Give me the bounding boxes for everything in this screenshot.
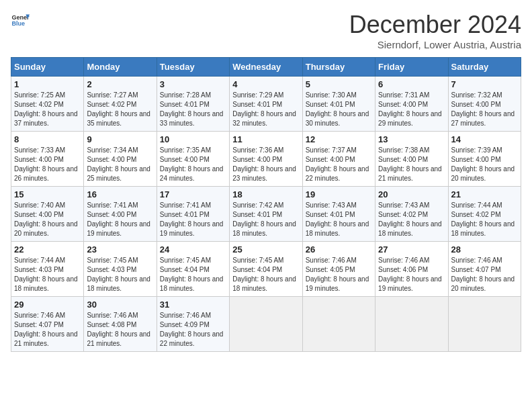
day-number: 16 <box>87 189 153 199</box>
day-number: 24 <box>160 244 226 255</box>
calendar-cell: 9Sunrise: 7:34 AMSunset: 4:00 PMDaylight… <box>84 132 157 187</box>
day-number: 29 <box>14 300 81 310</box>
day-info: Sunrise: 7:31 AMSunset: 4:00 PMDaylight:… <box>378 91 445 128</box>
calendar-cell: 4Sunrise: 7:29 AMSunset: 4:01 PMDaylight… <box>230 77 302 132</box>
day-number: 30 <box>87 300 153 310</box>
month-title: December 2024 <box>349 11 521 39</box>
day-info: Sunrise: 7:40 AMSunset: 4:00 PMDaylight:… <box>14 201 81 238</box>
day-info: Sunrise: 7:36 AMSunset: 4:00 PMDaylight:… <box>232 146 299 183</box>
day-info: Sunrise: 7:34 AMSunset: 4:00 PMDaylight:… <box>87 146 153 183</box>
calendar-cell: 25Sunrise: 7:45 AMSunset: 4:04 PMDayligh… <box>230 242 302 297</box>
day-info: Sunrise: 7:45 AMSunset: 4:03 PMDaylight:… <box>87 256 153 293</box>
day-number: 15 <box>14 189 81 199</box>
day-info: Sunrise: 7:41 AMSunset: 4:01 PMDaylight:… <box>160 201 226 238</box>
day-number: 21 <box>451 189 518 199</box>
day-info: Sunrise: 7:45 AMSunset: 4:04 PMDaylight:… <box>232 256 299 293</box>
day-info: Sunrise: 7:46 AMSunset: 4:07 PMDaylight:… <box>451 256 518 293</box>
logo-icon: General Blue <box>11 11 30 30</box>
day-info: Sunrise: 7:25 AMSunset: 4:02 PMDaylight:… <box>14 91 81 128</box>
calendar-cell: 5Sunrise: 7:30 AMSunset: 4:01 PMDaylight… <box>302 77 375 132</box>
col-header-wednesday: Wednesday <box>230 58 302 77</box>
day-number: 12 <box>306 134 372 144</box>
day-number: 18 <box>232 189 299 199</box>
day-info: Sunrise: 7:41 AMSunset: 4:00 PMDaylight:… <box>87 201 153 238</box>
calendar-cell: 18Sunrise: 7:42 AMSunset: 4:01 PMDayligh… <box>230 187 302 242</box>
day-info: Sunrise: 7:29 AMSunset: 4:01 PMDaylight:… <box>232 91 299 128</box>
day-info: Sunrise: 7:32 AMSunset: 4:00 PMDaylight:… <box>451 91 518 128</box>
day-number: 9 <box>87 134 153 144</box>
calendar-cell: 12Sunrise: 7:37 AMSunset: 4:00 PMDayligh… <box>302 132 375 187</box>
calendar-cell: 10Sunrise: 7:35 AMSunset: 4:00 PMDayligh… <box>157 132 229 187</box>
calendar-cell: 8Sunrise: 7:33 AMSunset: 4:00 PMDaylight… <box>11 132 84 187</box>
calendar-cell <box>302 297 375 352</box>
day-info: Sunrise: 7:39 AMSunset: 4:00 PMDaylight:… <box>451 146 518 183</box>
day-number: 13 <box>378 134 445 144</box>
col-header-sunday: Sunday <box>11 58 84 77</box>
calendar-week-row: 8Sunrise: 7:33 AMSunset: 4:00 PMDaylight… <box>11 132 521 187</box>
calendar-cell: 28Sunrise: 7:46 AMSunset: 4:07 PMDayligh… <box>448 242 521 297</box>
day-info: Sunrise: 7:46 AMSunset: 4:06 PMDaylight:… <box>378 256 445 293</box>
subtitle: Sierndorf, Lower Austria, Austria <box>349 39 521 50</box>
calendar-cell: 31Sunrise: 7:46 AMSunset: 4:09 PMDayligh… <box>157 297 229 352</box>
day-info: Sunrise: 7:30 AMSunset: 4:01 PMDaylight:… <box>306 91 372 128</box>
day-info: Sunrise: 7:46 AMSunset: 4:07 PMDaylight:… <box>14 311 81 349</box>
day-number: 2 <box>87 79 153 89</box>
calendar-cell: 3Sunrise: 7:28 AMSunset: 4:01 PMDaylight… <box>157 77 229 132</box>
calendar-cell: 21Sunrise: 7:44 AMSunset: 4:02 PMDayligh… <box>448 187 521 242</box>
day-number: 11 <box>232 134 299 144</box>
calendar-table: SundayMondayTuesdayWednesdayThursdayFrid… <box>11 57 521 352</box>
calendar-week-row: 29Sunrise: 7:46 AMSunset: 4:07 PMDayligh… <box>11 297 521 352</box>
calendar-cell <box>448 297 521 352</box>
day-number: 10 <box>160 134 226 144</box>
day-number: 1 <box>14 79 81 89</box>
day-number: 27 <box>378 244 445 255</box>
svg-text:Blue: Blue <box>11 20 25 27</box>
col-header-monday: Monday <box>84 58 157 77</box>
day-number: 14 <box>451 134 518 144</box>
day-number: 19 <box>306 189 372 199</box>
calendar-cell: 30Sunrise: 7:46 AMSunset: 4:08 PMDayligh… <box>84 297 157 352</box>
calendar-cell: 17Sunrise: 7:41 AMSunset: 4:01 PMDayligh… <box>157 187 229 242</box>
calendar-cell: 22Sunrise: 7:44 AMSunset: 4:03 PMDayligh… <box>11 242 84 297</box>
day-info: Sunrise: 7:46 AMSunset: 4:09 PMDaylight:… <box>160 311 226 349</box>
day-number: 28 <box>451 244 518 255</box>
calendar-cell: 11Sunrise: 7:36 AMSunset: 4:00 PMDayligh… <box>230 132 302 187</box>
calendar-cell: 24Sunrise: 7:45 AMSunset: 4:04 PMDayligh… <box>157 242 229 297</box>
col-header-thursday: Thursday <box>302 58 375 77</box>
col-header-friday: Friday <box>375 58 448 77</box>
title-area: December 2024 Sierndorf, Lower Austria, … <box>349 11 521 50</box>
calendar-cell <box>230 297 302 352</box>
day-number: 26 <box>306 244 372 255</box>
col-header-saturday: Saturday <box>448 58 521 77</box>
day-number: 17 <box>160 189 226 199</box>
calendar-cell: 27Sunrise: 7:46 AMSunset: 4:06 PMDayligh… <box>375 242 448 297</box>
calendar-week-row: 22Sunrise: 7:44 AMSunset: 4:03 PMDayligh… <box>11 242 521 297</box>
day-number: 6 <box>378 79 445 89</box>
day-number: 22 <box>14 244 81 255</box>
calendar-cell: 19Sunrise: 7:43 AMSunset: 4:01 PMDayligh… <box>302 187 375 242</box>
day-info: Sunrise: 7:42 AMSunset: 4:01 PMDaylight:… <box>232 201 299 238</box>
day-info: Sunrise: 7:44 AMSunset: 4:03 PMDaylight:… <box>14 256 81 293</box>
day-info: Sunrise: 7:43 AMSunset: 4:01 PMDaylight:… <box>306 201 372 238</box>
day-number: 25 <box>232 244 299 255</box>
calendar-cell <box>375 297 448 352</box>
calendar-cell: 6Sunrise: 7:31 AMSunset: 4:00 PMDaylight… <box>375 77 448 132</box>
day-info: Sunrise: 7:28 AMSunset: 4:01 PMDaylight:… <box>160 91 226 128</box>
calendar-cell: 23Sunrise: 7:45 AMSunset: 4:03 PMDayligh… <box>84 242 157 297</box>
col-header-tuesday: Tuesday <box>157 58 229 77</box>
day-info: Sunrise: 7:46 AMSunset: 4:05 PMDaylight:… <box>306 256 372 293</box>
calendar-cell: 14Sunrise: 7:39 AMSunset: 4:00 PMDayligh… <box>448 132 521 187</box>
day-number: 23 <box>87 244 153 255</box>
calendar-cell: 2Sunrise: 7:27 AMSunset: 4:02 PMDaylight… <box>84 77 157 132</box>
day-info: Sunrise: 7:46 AMSunset: 4:08 PMDaylight:… <box>87 311 153 349</box>
day-number: 4 <box>232 79 299 89</box>
calendar-week-row: 1Sunrise: 7:25 AMSunset: 4:02 PMDaylight… <box>11 77 521 132</box>
day-info: Sunrise: 7:27 AMSunset: 4:02 PMDaylight:… <box>87 91 153 128</box>
day-info: Sunrise: 7:37 AMSunset: 4:00 PMDaylight:… <box>306 146 372 183</box>
calendar-cell: 20Sunrise: 7:43 AMSunset: 4:02 PMDayligh… <box>375 187 448 242</box>
logo: General Blue <box>11 11 30 30</box>
day-number: 31 <box>160 300 226 310</box>
day-info: Sunrise: 7:33 AMSunset: 4:00 PMDaylight:… <box>14 146 81 183</box>
calendar-body: 1Sunrise: 7:25 AMSunset: 4:02 PMDaylight… <box>11 77 521 352</box>
header: General Blue December 2024 Sierndorf, Lo… <box>11 11 521 50</box>
